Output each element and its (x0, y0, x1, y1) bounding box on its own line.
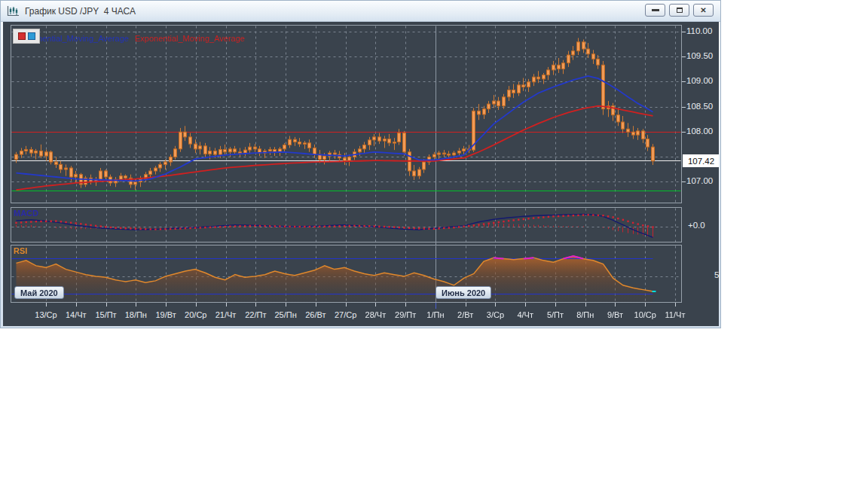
time-axis-tick (166, 303, 167, 307)
macd-panel (11, 207, 682, 242)
time-axis-tick (405, 303, 406, 307)
time-axis-tick (555, 303, 556, 307)
minimize-icon (652, 9, 659, 11)
price-axis-label: 108.50 (686, 102, 713, 111)
price-axis-tick (682, 32, 686, 32)
ema-fast-color-swatch (28, 32, 35, 40)
time-axis-tick (196, 303, 197, 307)
price-axis-tick (682, 107, 686, 108)
ema-slow-legend-label: Exponential_Moving_Average (135, 34, 245, 43)
candlestick-chart-icon (7, 6, 20, 17)
price-axis-tick (682, 56, 686, 57)
time-axis-tick (585, 303, 586, 307)
time-axis-label: 28/Чт (365, 310, 387, 319)
price-panel (11, 25, 682, 203)
macd-panel-label: MACD (14, 209, 38, 218)
time-axis-tick (436, 303, 436, 309)
restore-button[interactable] (669, 4, 689, 17)
time-axis-label: 19/Вт (155, 310, 176, 319)
time-axis-label: 22/Пт (245, 310, 266, 319)
legend-color-box[interactable] (13, 29, 40, 44)
time-axis-tick (46, 303, 47, 307)
macd-canvas[interactable] (11, 208, 681, 242)
price-axis-label: 108.00 (686, 127, 713, 136)
time-axis-label: 27/Ср (335, 310, 356, 319)
title-bar[interactable]: График USD /JPY 4 ЧАСА ✕ (1, 1, 720, 22)
minimize-button[interactable] (645, 4, 665, 17)
time-axis-tick (495, 303, 496, 307)
time-axis-tick (316, 303, 316, 307)
time-axis-label: 25/Пн (274, 310, 296, 319)
price-axis-label: 109.00 (686, 76, 713, 85)
time-axis-tick (645, 303, 646, 307)
macd-zero-label: +0.0 (688, 221, 705, 230)
ema-slow-color-swatch (18, 32, 26, 40)
price-axis-tick (682, 81, 686, 82)
time-axis-tick (76, 303, 77, 307)
time-axis-tick (106, 303, 107, 307)
time-axis-label: 3/Ср (487, 310, 504, 319)
rsi-panel-label: RSI (14, 246, 27, 255)
time-axis-label: 18/Пн (125, 310, 147, 319)
main-chart-canvas[interactable] (11, 26, 681, 203)
time-axis-label: 11/Чт (665, 310, 686, 319)
month-separator (436, 203, 436, 207)
time-axis-tick (375, 303, 376, 307)
price-axis-label: 107.00 (686, 176, 713, 185)
time-axis-tick (346, 303, 347, 307)
window-controls: ✕ (645, 4, 714, 17)
month-badge[interactable]: Май 2020 (14, 286, 64, 299)
time-axis-label: 2/Вт (457, 310, 473, 319)
price-axis-tick (682, 132, 686, 133)
time-axis-label: 29/Пт (395, 310, 416, 319)
time-axis-tick (615, 303, 616, 307)
time-axis-tick (255, 303, 256, 307)
time-axis-tick (286, 303, 286, 307)
price-axis-label: 109.50 (686, 51, 713, 60)
time-axis-label: 20/Ср (185, 310, 206, 319)
time-axis-label: 10/Ср (634, 310, 656, 319)
close-icon: ✕ (700, 7, 706, 14)
time-axis-label: 1/Пн (426, 310, 444, 319)
time-axis-label: 21/Чт (215, 310, 237, 319)
time-axis-tick (525, 303, 526, 307)
time-axis-tick (675, 303, 676, 307)
time-axis-label: 8/Пн (576, 310, 594, 319)
indicator-legend: Exponential_Moving_AverageExponential_Mo… (19, 31, 245, 44)
month-badge[interactable]: Июнь 2020 (436, 286, 491, 299)
time-axis-label: 13/Ср (35, 310, 57, 319)
rsi-canvas[interactable] (11, 246, 681, 302)
restore-icon (677, 8, 683, 13)
window-title: График USD /JPY 4 ЧАСА (25, 6, 136, 17)
time-axis-tick (466, 303, 466, 307)
close-button[interactable]: ✕ (693, 4, 714, 17)
month-separator (436, 241, 436, 245)
time-axis-label: 26/Вт (305, 310, 326, 319)
rsi-mid-label: 50 (714, 270, 719, 279)
window-content: Exponential_Moving_AverageExponential_Mo… (3, 22, 719, 326)
price-axis-tick (682, 181, 686, 182)
current-price-label: 107.42 (683, 154, 719, 167)
time-axis-label: 5/Пт (547, 310, 564, 319)
time-axis-label: 14/Чт (66, 310, 87, 319)
time-axis-label: 15/Пт (95, 310, 116, 319)
price-axis-label: 110.00 (686, 26, 712, 35)
time-axis-tick (136, 303, 136, 307)
time-axis-tick (226, 303, 227, 307)
rsi-panel (11, 245, 682, 303)
time-axis-label: 4/Чт (517, 310, 533, 319)
time-axis-label: 9/Вт (607, 310, 623, 319)
chart-window: График USD /JPY 4 ЧАСА ✕ Exponential_Mov… (0, 0, 721, 328)
page-background: График USD /JPY 4 ЧАСА ✕ Exponential_Mov… (0, 0, 868, 488)
